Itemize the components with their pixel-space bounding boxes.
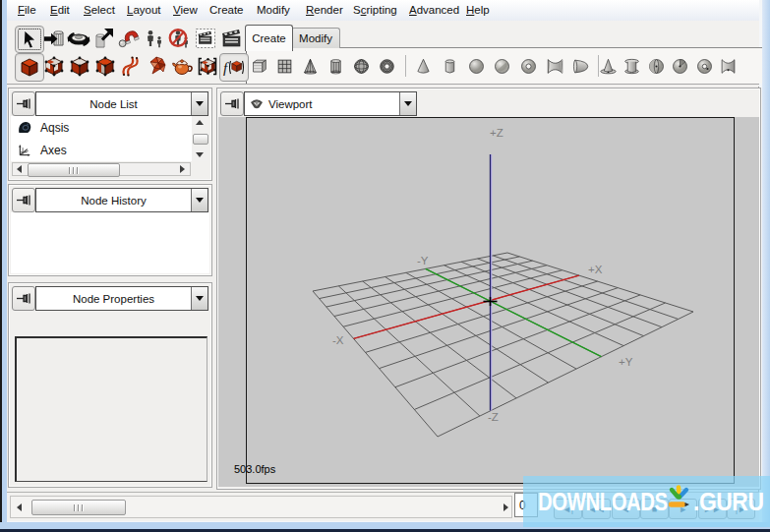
solid-sphere-left-button[interactable]	[643, 54, 669, 79]
node-list-combo[interactable]: Node List	[35, 91, 208, 116]
parent-button[interactable]	[142, 27, 167, 50]
combo-dropdown-button[interactable]	[399, 92, 416, 115]
solid-torus-button[interactable]	[691, 54, 717, 79]
time-scroll-thumb[interactable]	[31, 500, 126, 515]
quadric-paraboloid-button[interactable]	[568, 54, 594, 79]
solid-hyperboloid-button[interactable]	[716, 54, 741, 79]
menu-item-view[interactable]: View	[173, 0, 198, 21]
render-frame-button[interactable]	[220, 27, 246, 50]
combo-dropdown-button[interactable]	[191, 189, 207, 211]
vertical-scroll-thumb[interactable]	[193, 134, 208, 145]
render-preview-button[interactable]	[193, 27, 218, 50]
move-tool-button[interactable]	[41, 27, 67, 50]
parent-icon	[144, 28, 165, 49]
curve-button[interactable]	[118, 54, 144, 79]
chevron-down-icon	[404, 101, 412, 106]
scroll-left-button[interactable]	[13, 163, 26, 175]
pin-panel-button[interactable]	[12, 91, 35, 116]
pin-icon	[224, 96, 241, 111]
menu-item-render[interactable]: Render	[306, 0, 343, 21]
horizontal-scroll-thumb[interactable]	[28, 163, 120, 177]
scroll-right-button[interactable]	[176, 163, 189, 175]
triangle-right-icon	[503, 503, 508, 511]
rotate-tool-button[interactable]	[66, 27, 91, 50]
teapot-button[interactable]	[169, 54, 195, 79]
poly-grid-button[interactable]	[272, 54, 298, 79]
pin-panel-button[interactable]	[12, 286, 35, 311]
svg-text:f: f	[223, 60, 229, 76]
polygon-cube-vertices-button[interactable]	[67, 54, 92, 79]
cone-icon	[415, 58, 432, 75]
red-cube-vertices-icon	[70, 56, 89, 77]
pin-panel-button[interactable]	[12, 188, 35, 212]
application-window: FileEditSelectLayoutViewCreateModifyRend…	[0, 0, 770, 532]
unparent-button[interactable]	[167, 27, 193, 50]
wire-sphere-icon	[353, 58, 370, 75]
menu-item-scripting[interactable]: Scripting	[353, 0, 397, 21]
poly-cylinder-button[interactable]	[324, 54, 349, 79]
instance-cube-button[interactable]	[195, 54, 220, 79]
node-list-item-axes[interactable]: Axes	[11, 139, 192, 161]
pin-panel-button[interactable]	[220, 91, 244, 116]
tab-create[interactable]: Create	[245, 25, 293, 51]
red-cube-faces-icon	[44, 56, 64, 77]
panel-node-properties: Node Properties	[8, 282, 212, 488]
magnet-icon	[118, 28, 141, 48]
menu-item-layout[interactable]: Layout	[127, 0, 161, 21]
menu-item-file[interactable]: File	[18, 0, 36, 21]
triangle-down-icon	[196, 152, 204, 157]
time-scroll-right-button[interactable]	[499, 500, 512, 514]
time-scroll-left-button[interactable]	[12, 500, 26, 514]
scroll-up-button[interactable]	[192, 116, 207, 129]
menu-item-modify[interactable]: Modify	[257, 0, 290, 21]
axis-label-minusX: -X	[332, 334, 344, 346]
tab-modify[interactable]: Modify	[291, 28, 340, 48]
node-history-combo[interactable]: Node History	[35, 188, 208, 212]
polygon-cube-button[interactable]	[15, 53, 44, 82]
combo-dropdown-button[interactable]	[191, 92, 207, 115]
snap-tool-button[interactable]	[116, 27, 142, 50]
menu-item-create[interactable]: Create	[209, 0, 244, 21]
quadric-hyperboloid-button[interactable]	[542, 54, 567, 79]
grip-icon	[69, 167, 79, 174]
scroll-down-button[interactable]	[192, 148, 207, 161]
quadric-disk-button[interactable]	[490, 54, 515, 79]
solid-cone-button[interactable]	[595, 54, 621, 79]
quadric-cone-button[interactable]	[411, 54, 437, 79]
function-cube-button[interactable]: f	[219, 53, 249, 82]
pin-icon	[16, 291, 32, 306]
node-list: AqsisAxes	[11, 116, 192, 161]
poly-cone-button[interactable]	[298, 54, 324, 79]
node-list-item-aqsis[interactable]: Aqsis	[11, 116, 192, 139]
chevron-down-icon	[196, 296, 204, 301]
select-tool-button[interactable]	[15, 26, 44, 53]
solid-cylinder-button[interactable]	[620, 54, 645, 79]
select-arrow-icon	[19, 29, 40, 50]
polygon-box-button[interactable]	[92, 54, 118, 79]
menu-item-select[interactable]: Select	[84, 0, 115, 21]
polygon-cube-faces-button[interactable]	[41, 54, 67, 79]
viewport-combo[interactable]: Viewport	[244, 91, 417, 116]
combo-dropdown-button[interactable]	[191, 287, 207, 310]
menu-item-help[interactable]: Help	[466, 0, 490, 21]
solid-sphere-right-button[interactable]	[668, 54, 693, 79]
quadric-cylinder-button[interactable]	[437, 54, 462, 79]
axis-label-minusY: -Y	[417, 255, 429, 266]
hyperboloid-dot-icon	[720, 58, 737, 75]
paraboloid-icon	[571, 58, 590, 75]
menu-bar: FileEditSelectLayoutViewCreateModifyRend…	[7, 0, 759, 22]
hyperboloid-icon	[546, 58, 564, 75]
toolbar-separator	[405, 55, 406, 77]
polygon-mesh-button[interactable]	[144, 54, 169, 79]
watermark-overlay: DOWNLOADS .GURU	[523, 476, 770, 527]
quadric-sphere-button[interactable]	[463, 54, 489, 79]
node-properties-combo[interactable]: Node Properties	[35, 286, 208, 311]
menu-item-edit[interactable]: Edit	[50, 0, 70, 21]
poly-sphere-button[interactable]	[349, 54, 375, 79]
gl-viewport[interactable]: +Z-Z+X-X+Y-Y503.0fps	[218, 117, 759, 487]
poly-cube-button[interactable]	[247, 54, 272, 79]
quadric-torus-button[interactable]	[516, 54, 542, 79]
scale-tool-button[interactable]	[91, 27, 117, 50]
menu-item-advanced[interactable]: Advanced	[409, 0, 459, 21]
poly-disk-button[interactable]	[375, 54, 400, 79]
